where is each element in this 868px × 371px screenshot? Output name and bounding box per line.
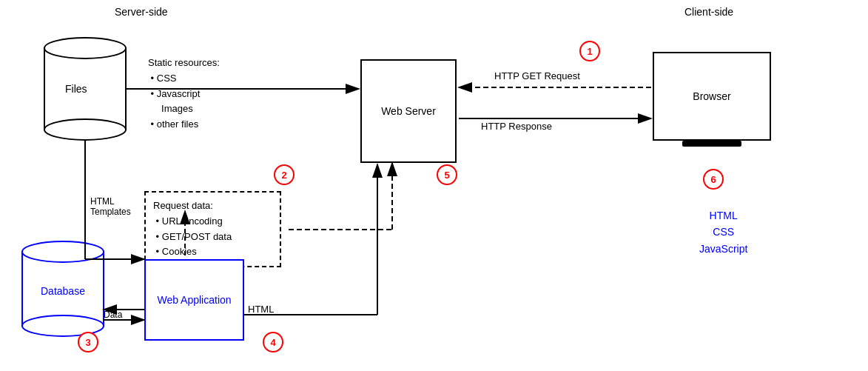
web-application-box: Web Application	[144, 259, 244, 341]
database-label: Database	[41, 285, 85, 297]
svg-point-4	[44, 38, 126, 59]
badge-3: 3	[78, 332, 98, 352]
badge-1: 1	[579, 41, 600, 61]
html-output-label: HTML	[248, 304, 274, 315]
web-server-box: Web Server	[360, 59, 457, 163]
svg-point-8	[22, 241, 104, 262]
badge-5: 5	[437, 164, 457, 185]
badge-6: 6	[703, 169, 724, 190]
client-side-label: Client-side	[684, 6, 733, 18]
architecture-diagram: Server-side Client-side	[0, 0, 868, 371]
html-templates-label: HTMLTemplates	[90, 196, 131, 217]
client-tech-label: HTML CSS JavaScript	[699, 207, 747, 257]
browser-box: Browser	[653, 52, 771, 141]
request-data-box: Request data: • URL encoding • GET/POST …	[144, 191, 281, 267]
server-side-label: Server-side	[115, 6, 168, 18]
http-get-label: HTTP GET Request	[494, 70, 580, 81]
http-response-label: HTTP Response	[481, 121, 552, 132]
static-resources-box: Static resources: • CSS • Javascript Ima…	[148, 56, 220, 133]
badge-4: 4	[263, 332, 283, 352]
svg-point-5	[44, 119, 126, 140]
files-label: Files	[65, 83, 87, 95]
badge-2: 2	[274, 164, 295, 185]
laptop-stand	[682, 141, 741, 147]
data-label: Data	[104, 310, 122, 320]
